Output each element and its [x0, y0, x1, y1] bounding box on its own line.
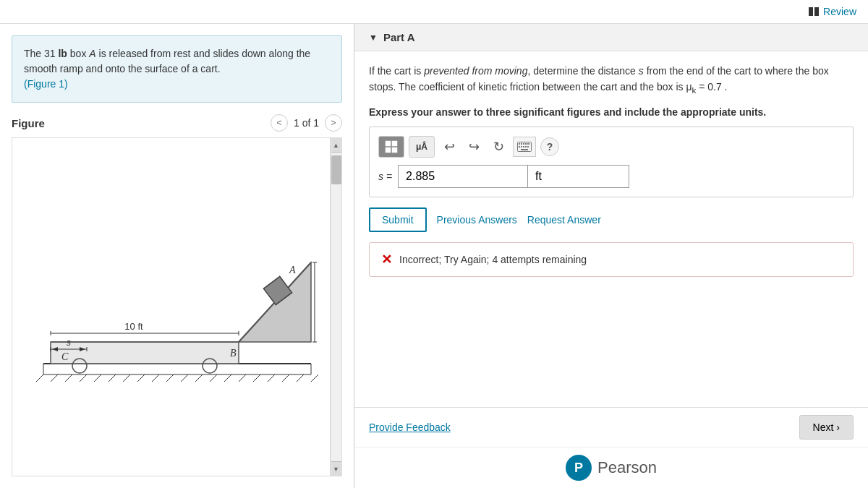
redo-btn[interactable]: ↪ — [464, 137, 484, 157]
next-btn[interactable]: Next › — [799, 415, 854, 440]
svg-rect-49 — [392, 141, 397, 146]
svg-line-36 — [152, 374, 159, 382]
figure-header: Figure < 1 of 1 > — [12, 114, 342, 132]
figure-container: A 10 ft s — [12, 137, 342, 476]
svg-rect-53 — [519, 143, 520, 145]
answer-input[interactable] — [398, 165, 528, 188]
part-header: ▼ Part A — [354, 24, 868, 51]
figure-nav: < 1 of 1 > — [271, 114, 342, 132]
next-chevron: › — [836, 421, 840, 433]
keyboard-btn[interactable] — [513, 137, 536, 157]
unit-input[interactable] — [528, 165, 629, 188]
left-panel: The 31 lb box A is released from rest an… — [0, 24, 354, 488]
grid-btn[interactable] — [378, 136, 404, 158]
error-text: Incorrect; Try Again; 4 attempts remaini… — [399, 254, 587, 265]
svg-rect-3 — [51, 342, 239, 364]
answer-box: μÂ ↩ ↪ ↻ — [369, 127, 854, 197]
spacer — [354, 288, 868, 407]
svg-text:B: B — [230, 348, 237, 359]
error-icon: ✕ — [381, 252, 392, 267]
figure-prev-btn[interactable]: < — [271, 114, 288, 132]
problem-text-line1: The 31 lb box A is released from rest an… — [24, 48, 310, 74]
svg-line-38 — [181, 374, 188, 382]
top-bar: Review — [0, 0, 868, 24]
svg-text:s: s — [67, 338, 71, 348]
svg-rect-64 — [521, 149, 528, 150]
review-icon — [809, 7, 819, 16]
svg-rect-60 — [521, 146, 522, 147]
input-row: s = — [378, 165, 844, 188]
question-text: If the cart is prevented from moving, de… — [369, 63, 854, 98]
part-content: If the cart is prevented from moving, de… — [354, 51, 868, 288]
figure-next-btn[interactable]: > — [325, 114, 342, 132]
problem-text: The 31 lb box A is released from rest an… — [12, 35, 342, 103]
svg-line-33 — [109, 374, 116, 382]
submit-btn[interactable]: Submit — [369, 207, 427, 232]
prev-answers-link[interactable]: Previous Answers — [437, 214, 517, 226]
svg-line-40 — [210, 374, 217, 382]
svg-rect-61 — [523, 146, 524, 147]
figure-svg: A 10 ft s — [29, 205, 318, 407]
svg-line-43 — [253, 374, 260, 382]
answer-toolbar: μÂ ↩ ↪ ↻ — [378, 136, 844, 158]
mu-btn[interactable]: μÂ — [409, 136, 435, 158]
svg-line-42 — [239, 374, 246, 382]
svg-line-41 — [224, 374, 231, 382]
svg-rect-58 — [529, 143, 530, 145]
svg-rect-62 — [525, 146, 527, 147]
svg-rect-63 — [527, 146, 529, 147]
pearson-logo: P — [566, 455, 592, 481]
input-label: s = — [378, 171, 392, 182]
pearson-footer: P Pearson — [354, 447, 868, 488]
express-text: Express your answer to three significant… — [369, 106, 854, 118]
pearson-name: Pearson — [597, 458, 657, 477]
figure-count: 1 of 1 — [294, 117, 319, 129]
next-label: Next — [813, 421, 834, 433]
svg-line-45 — [282, 374, 289, 382]
right-panel: ▼ Part A If the cart is prevented from m… — [354, 24, 868, 488]
figure-link[interactable]: (Figure 1) — [24, 78, 68, 90]
svg-rect-55 — [523, 143, 524, 145]
svg-line-47 — [311, 374, 318, 382]
figure-title: Figure — [12, 117, 45, 129]
svg-text:C: C — [61, 351, 69, 362]
error-box: ✕ Incorrect; Try Again; 4 attempts remai… — [369, 242, 854, 277]
svg-rect-50 — [386, 147, 391, 153]
svg-line-34 — [123, 374, 130, 382]
svg-line-37 — [166, 374, 174, 382]
review-link[interactable]: Review — [809, 6, 856, 17]
scroll-up-btn[interactable]: ▲ — [331, 138, 341, 153]
svg-line-39 — [195, 374, 203, 382]
help-btn[interactable]: ? — [540, 137, 559, 156]
svg-line-28 — [36, 374, 43, 382]
svg-rect-51 — [392, 147, 397, 153]
pearson-initial: P — [574, 461, 583, 476]
feedback-link[interactable]: Provide Feedback — [369, 421, 451, 433]
svg-line-32 — [94, 374, 101, 382]
review-label: Review — [823, 6, 856, 17]
figure-scrollbar[interactable]: ▲ ▼ — [330, 138, 341, 476]
bottom-bar: Provide Feedback Next › — [354, 407, 868, 447]
svg-text:A: A — [289, 265, 296, 275]
part-label: Part A — [383, 31, 415, 43]
refresh-btn[interactable]: ↻ — [488, 137, 509, 157]
svg-line-44 — [268, 374, 275, 382]
svg-rect-48 — [386, 141, 391, 146]
svg-rect-54 — [521, 143, 522, 145]
svg-line-30 — [65, 374, 72, 382]
request-answer-link[interactable]: Request Answer — [527, 214, 601, 226]
part-arrow: ▼ — [369, 33, 378, 43]
svg-rect-56 — [525, 143, 527, 145]
svg-rect-59 — [519, 146, 520, 147]
figure-drawing: A 10 ft s — [14, 190, 340, 424]
undo-btn[interactable]: ↩ — [439, 137, 459, 157]
action-row: Submit Previous Answers Request Answer — [369, 207, 854, 232]
scroll-down-btn[interactable]: ▼ — [331, 461, 341, 476]
scrollbar-thumb[interactable] — [331, 155, 341, 184]
svg-rect-57 — [527, 143, 529, 145]
svg-line-29 — [51, 374, 58, 382]
main-content: The 31 lb box A is released from rest an… — [0, 24, 868, 488]
svg-line-31 — [80, 374, 87, 382]
svg-text:10 ft: 10 ft — [124, 321, 143, 332]
svg-line-46 — [297, 374, 304, 382]
